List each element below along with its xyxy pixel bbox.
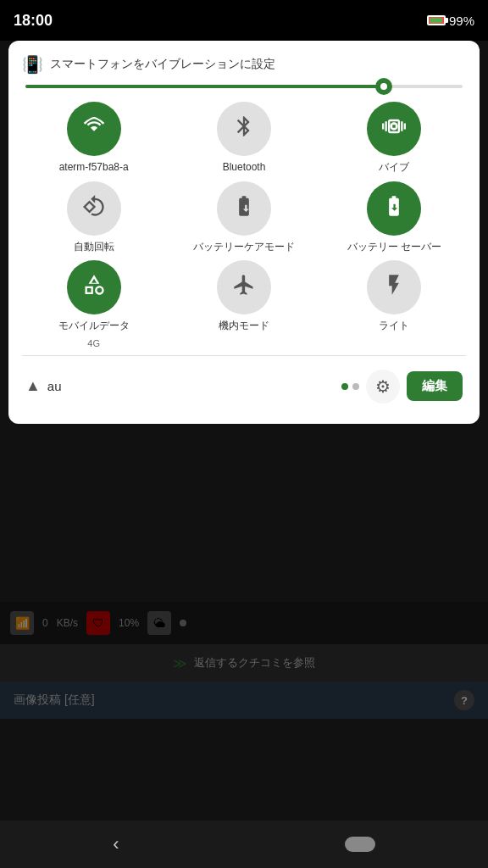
battery-pct: 99% [449,14,474,28]
vibration-icon: 📳 [22,54,43,75]
wifi-label: aterm-f57ba8-a [59,161,129,175]
airplane-icon [232,273,256,302]
battery-indicator: 99% [427,14,474,28]
airplane-label: 機内モード [219,320,269,333]
wifi-button[interactable] [67,102,121,156]
bluetooth-label: Bluetooth [223,161,266,175]
dot-2 [352,383,359,390]
bluetooth-button[interactable] [217,102,271,156]
toggle-grid: aterm-f57ba8-a Bluetooth [22,102,466,348]
back-icon: ‹ [113,833,119,855]
slider-fill [25,85,384,88]
carrier-label: au [47,379,335,393]
battery-care-icon [232,194,256,223]
mobile-data-button[interactable] [67,260,121,314]
mobile-data-label: モバイルデータ [58,320,130,333]
home-pill-icon [345,837,375,852]
vibrate-button[interactable] [367,102,421,156]
panel-bottom-bar: ▲ au ⚙ 編集 [22,363,466,410]
status-bar: 18:00 99% [0,0,488,41]
airplane-button[interactable] [217,260,271,314]
battery-icon [427,15,446,25]
battery-care-button[interactable] [217,181,271,236]
wifi-icon [82,114,106,143]
battery-care-label: バッテリーケアモード [193,241,295,254]
toggle-mobile-data: モバイルデータ 4G [22,260,165,348]
slider-track [25,85,463,88]
battery-saver-button[interactable] [367,181,421,236]
toggle-battery-saver: バッテリー セーバー [323,181,466,254]
vibrate-label: バイブ [379,161,409,175]
back-button[interactable]: ‹ [92,826,139,862]
clock: 18:00 [14,12,53,30]
brightness-slider[interactable] [22,85,466,88]
toggle-wifi: aterm-f57ba8-a [22,102,165,175]
flashlight-button[interactable] [367,260,421,314]
settings-button[interactable]: ⚙ [366,370,400,403]
edit-button[interactable]: 編集 [407,371,463,401]
toggle-battery-care: バッテリーケアモード [172,181,315,254]
slider-thumb-inner [380,83,387,90]
toggle-flashlight: ライト [323,260,466,348]
vibrate-icon [382,114,406,143]
dot-1 [341,383,348,390]
toggle-vibrate: バイブ [323,102,466,175]
home-button[interactable] [324,830,396,859]
mobile-data-icon [82,273,106,302]
toggle-airplane: 機内モード [172,260,315,348]
toggle-rotate: 自動回転 [22,181,165,254]
battery-saver-label: バッテリー セーバー [347,241,441,254]
rotate-icon [82,194,106,223]
quick-settings-panel: 📳 スマートフォンをバイブレーションに設定 aterm-f57ba8-a [8,41,480,424]
mobile-data-sublabel: 4G [87,338,100,348]
nav-bar: ‹ [0,821,488,868]
signal-icon: ▲ [25,377,41,395]
slider-thumb [375,78,392,95]
flashlight-label: ライト [379,320,409,333]
toggle-bluetooth: Bluetooth [172,102,315,175]
battery-saver-icon [382,194,406,223]
page-dots [341,383,359,390]
vibration-label: スマートフォンをバイブレーションに設定 [50,57,275,72]
panel-divider [22,355,466,356]
vibration-row: 📳 スマートフォンをバイブレーションに設定 [22,54,466,75]
flashlight-icon [382,273,406,302]
rotate-label: 自動回転 [74,241,114,254]
rotate-button[interactable] [67,181,121,236]
bluetooth-icon [232,114,256,143]
